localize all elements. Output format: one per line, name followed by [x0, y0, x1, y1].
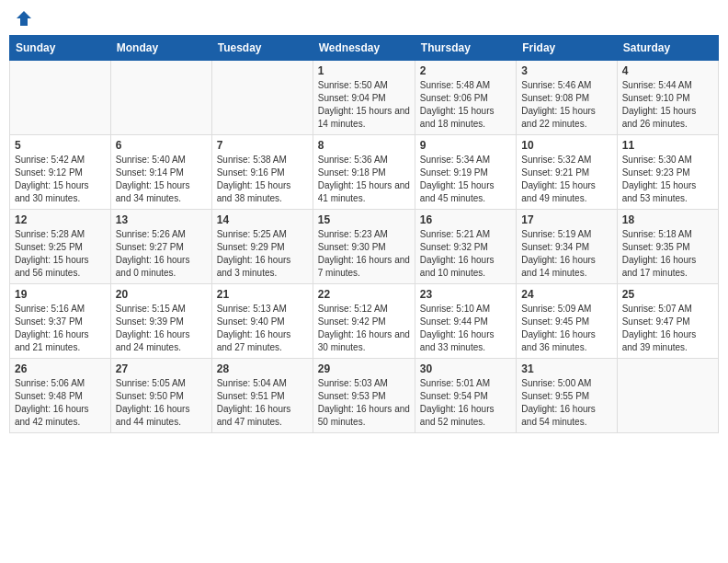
day-info: Sunrise: 5:30 AM Sunset: 9:23 PM Dayligh… [622, 154, 713, 205]
day-number: 9 [420, 139, 511, 152]
day-number: 24 [521, 288, 611, 301]
day-info: Sunrise: 5:00 AM Sunset: 9:55 PM Dayligh… [521, 377, 611, 429]
day-info: Sunrise: 5:38 AM Sunset: 9:16 PM Dayligh… [217, 154, 308, 205]
calendar-day-14: 14Sunrise: 5:25 AM Sunset: 9:29 PM Dayli… [211, 210, 313, 284]
calendar-day-28: 28Sunrise: 5:04 AM Sunset: 9:51 PM Dayli… [211, 359, 313, 433]
page-header [9, 9, 719, 28]
calendar-day-31: 31Sunrise: 5:00 AM Sunset: 9:55 PM Dayli… [517, 359, 617, 433]
day-info: Sunrise: 5:23 AM Sunset: 9:30 PM Dayligh… [318, 228, 410, 280]
day-number: 30 [420, 362, 511, 375]
day-info: Sunrise: 5:13 AM Sunset: 9:40 PM Dayligh… [217, 303, 308, 354]
day-number: 18 [622, 213, 713, 226]
day-number: 22 [318, 288, 410, 301]
day-number: 15 [318, 213, 410, 226]
day-number: 8 [318, 139, 410, 152]
day-info: Sunrise: 5:01 AM Sunset: 9:54 PM Dayligh… [420, 377, 511, 429]
logo [13, 9, 33, 28]
day-number: 6 [116, 139, 207, 152]
day-number: 7 [217, 139, 308, 152]
calendar-day-25: 25Sunrise: 5:07 AM Sunset: 9:47 PM Dayli… [617, 284, 718, 359]
day-info: Sunrise: 5:48 AM Sunset: 9:06 PM Dayligh… [420, 79, 511, 131]
day-header-thursday: Thursday [415, 36, 516, 61]
day-number: 31 [521, 362, 611, 375]
day-info: Sunrise: 5:15 AM Sunset: 9:39 PM Dayligh… [116, 303, 207, 354]
calendar-day-22: 22Sunrise: 5:12 AM Sunset: 9:42 PM Dayli… [313, 284, 415, 359]
calendar-day-27: 27Sunrise: 5:05 AM Sunset: 9:50 PM Dayli… [110, 359, 211, 433]
calendar-day-24: 24Sunrise: 5:09 AM Sunset: 9:45 PM Dayli… [517, 284, 617, 359]
calendar-day-15: 15Sunrise: 5:23 AM Sunset: 9:30 PM Dayli… [313, 210, 415, 284]
day-info: Sunrise: 5:04 AM Sunset: 9:51 PM Dayligh… [217, 377, 308, 429]
empty-cell [617, 359, 718, 433]
calendar-day-16: 16Sunrise: 5:21 AM Sunset: 9:32 PM Dayli… [415, 210, 516, 284]
day-info: Sunrise: 5:44 AM Sunset: 9:10 PM Dayligh… [622, 79, 713, 131]
day-info: Sunrise: 5:34 AM Sunset: 9:19 PM Dayligh… [420, 154, 511, 205]
calendar-day-8: 8Sunrise: 5:36 AM Sunset: 9:18 PM Daylig… [313, 135, 415, 210]
day-info: Sunrise: 5:03 AM Sunset: 9:53 PM Dayligh… [318, 377, 410, 429]
day-info: Sunrise: 5:42 AM Sunset: 9:12 PM Dayligh… [15, 154, 106, 205]
calendar-day-4: 4Sunrise: 5:44 AM Sunset: 9:10 PM Daylig… [617, 61, 718, 135]
calendar-day-9: 9Sunrise: 5:34 AM Sunset: 9:19 PM Daylig… [415, 135, 516, 210]
calendar-day-11: 11Sunrise: 5:30 AM Sunset: 9:23 PM Dayli… [617, 135, 718, 210]
calendar-week-row: 12Sunrise: 5:28 AM Sunset: 9:25 PM Dayli… [10, 210, 719, 284]
calendar-week-row: 1Sunrise: 5:50 AM Sunset: 9:04 PM Daylig… [10, 61, 719, 135]
calendar-day-29: 29Sunrise: 5:03 AM Sunset: 9:53 PM Dayli… [313, 359, 415, 433]
logo-icon [15, 9, 33, 28]
day-info: Sunrise: 5:46 AM Sunset: 9:08 PM Dayligh… [521, 79, 611, 131]
day-number: 10 [521, 139, 611, 152]
day-number: 3 [521, 64, 611, 77]
calendar-day-21: 21Sunrise: 5:13 AM Sunset: 9:40 PM Dayli… [211, 284, 313, 359]
day-info: Sunrise: 5:19 AM Sunset: 9:34 PM Dayligh… [521, 228, 611, 280]
day-number: 2 [420, 64, 511, 77]
calendar-day-26: 26Sunrise: 5:06 AM Sunset: 9:48 PM Dayli… [10, 359, 111, 433]
day-number: 20 [116, 288, 207, 301]
day-header-monday: Monday [110, 36, 211, 61]
day-info: Sunrise: 5:06 AM Sunset: 9:48 PM Dayligh… [15, 377, 106, 429]
day-info: Sunrise: 5:07 AM Sunset: 9:47 PM Dayligh… [622, 303, 713, 354]
calendar-day-7: 7Sunrise: 5:38 AM Sunset: 9:16 PM Daylig… [211, 135, 313, 210]
day-info: Sunrise: 5:12 AM Sunset: 9:42 PM Dayligh… [318, 303, 410, 354]
day-info: Sunrise: 5:32 AM Sunset: 9:21 PM Dayligh… [521, 154, 611, 205]
day-header-saturday: Saturday [617, 36, 718, 61]
calendar-day-23: 23Sunrise: 5:10 AM Sunset: 9:44 PM Dayli… [415, 284, 516, 359]
day-info: Sunrise: 5:10 AM Sunset: 9:44 PM Dayligh… [420, 303, 511, 354]
day-number: 12 [15, 213, 106, 226]
day-number: 13 [116, 213, 207, 226]
day-info: Sunrise: 5:09 AM Sunset: 9:45 PM Dayligh… [521, 303, 611, 354]
day-number: 16 [420, 213, 511, 226]
calendar-day-10: 10Sunrise: 5:32 AM Sunset: 9:21 PM Dayli… [517, 135, 617, 210]
day-header-tuesday: Tuesday [211, 36, 313, 61]
empty-cell [211, 61, 313, 135]
calendar-day-19: 19Sunrise: 5:16 AM Sunset: 9:37 PM Dayli… [10, 284, 111, 359]
day-info: Sunrise: 5:26 AM Sunset: 9:27 PM Dayligh… [116, 228, 207, 280]
day-number: 4 [622, 64, 713, 77]
calendar-day-18: 18Sunrise: 5:18 AM Sunset: 9:35 PM Dayli… [617, 210, 718, 284]
day-number: 29 [318, 362, 410, 375]
empty-cell [10, 61, 111, 135]
day-number: 26 [15, 362, 106, 375]
day-info: Sunrise: 5:40 AM Sunset: 9:14 PM Dayligh… [116, 154, 207, 205]
day-number: 5 [15, 139, 106, 152]
calendar-day-1: 1Sunrise: 5:50 AM Sunset: 9:04 PM Daylig… [313, 61, 415, 135]
day-number: 14 [217, 213, 308, 226]
calendar-day-20: 20Sunrise: 5:15 AM Sunset: 9:39 PM Dayli… [110, 284, 211, 359]
day-info: Sunrise: 5:21 AM Sunset: 9:32 PM Dayligh… [420, 228, 511, 280]
day-number: 19 [15, 288, 106, 301]
day-number: 17 [521, 213, 611, 226]
day-header-wednesday: Wednesday [313, 36, 415, 61]
day-header-friday: Friday [517, 36, 617, 61]
calendar-table: SundayMondayTuesdayWednesdayThursdayFrid… [9, 35, 719, 433]
calendar-week-row: 26Sunrise: 5:06 AM Sunset: 9:48 PM Dayli… [10, 359, 719, 433]
calendar-day-6: 6Sunrise: 5:40 AM Sunset: 9:14 PM Daylig… [110, 135, 211, 210]
day-info: Sunrise: 5:25 AM Sunset: 9:29 PM Dayligh… [217, 228, 308, 280]
day-number: 21 [217, 288, 308, 301]
calendar-header-row: SundayMondayTuesdayWednesdayThursdayFrid… [10, 36, 719, 61]
day-info: Sunrise: 5:16 AM Sunset: 9:37 PM Dayligh… [15, 303, 106, 354]
day-number: 25 [622, 288, 713, 301]
calendar-week-row: 5Sunrise: 5:42 AM Sunset: 9:12 PM Daylig… [10, 135, 719, 210]
day-info: Sunrise: 5:28 AM Sunset: 9:25 PM Dayligh… [15, 228, 106, 280]
calendar-day-12: 12Sunrise: 5:28 AM Sunset: 9:25 PM Dayli… [10, 210, 111, 284]
calendar-day-2: 2Sunrise: 5:48 AM Sunset: 9:06 PM Daylig… [415, 61, 516, 135]
day-header-sunday: Sunday [10, 36, 111, 61]
calendar-day-30: 30Sunrise: 5:01 AM Sunset: 9:54 PM Dayli… [415, 359, 516, 433]
empty-cell [110, 61, 211, 135]
